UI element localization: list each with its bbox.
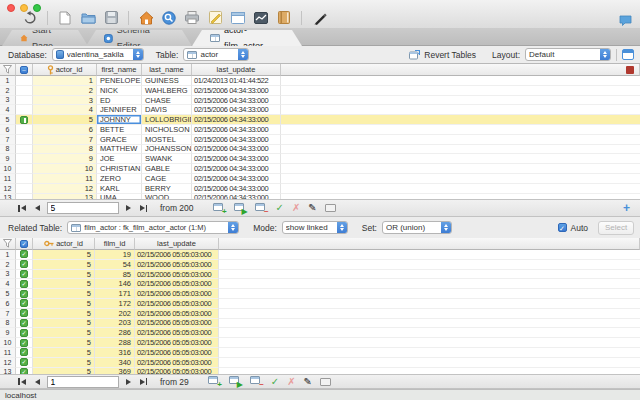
cell-film-id[interactable]: 172 xyxy=(95,299,135,309)
cell-actor-id[interactable]: 9 xyxy=(33,154,97,164)
record-marker-cell[interactable] xyxy=(16,76,33,86)
cell-last-update[interactable]: 02/15/2006 05:05:03:000 xyxy=(135,270,219,280)
table-row[interactable]: 1010CHRISTIANGABLE02/15/2006 04:34:33:00… xyxy=(0,164,640,174)
table-row[interactable]: 3✓58502/15/2006 05:05:03:000 xyxy=(0,270,640,280)
filler-cell[interactable] xyxy=(281,115,640,125)
cell-last-update[interactable]: 02/15/2006 04:34:33:000 xyxy=(192,154,281,164)
table-row[interactable]: 4✓514602/15/2006 05:05:03:000 xyxy=(0,279,640,289)
duplicate-record-button[interactable]: ▶ xyxy=(234,203,247,214)
cell-last-update[interactable]: 02/15/2006 05:05:03:000 xyxy=(135,328,219,338)
set-popup[interactable]: OR (union) xyxy=(382,221,452,234)
cell-last-name[interactable]: SWANK xyxy=(142,154,192,164)
row-number-cell[interactable]: 12 xyxy=(0,184,16,194)
cell-film-id[interactable]: 340 xyxy=(95,358,135,368)
cell-actor-id[interactable]: 11 xyxy=(33,174,97,184)
save-icon[interactable] xyxy=(103,10,119,25)
filler-cell[interactable] xyxy=(281,96,640,106)
row-number-cell[interactable]: 6 xyxy=(0,125,16,135)
column-header-last-name[interactable]: last_name xyxy=(142,64,192,76)
mode-popup[interactable]: show linked xyxy=(282,221,348,234)
cell-film-id[interactable]: 203 xyxy=(95,319,135,329)
cell-first-name[interactable]: PENELOPE xyxy=(97,76,142,86)
layout-popup[interactable]: Default xyxy=(525,48,611,61)
cell-actor-id[interactable]: 10 xyxy=(33,164,97,174)
cell-actor-id[interactable]: 5 xyxy=(33,115,97,125)
cell-first-name[interactable]: CHRISTIAN xyxy=(97,164,142,174)
linked-checkbox-icon[interactable]: ✓ xyxy=(20,319,28,327)
record-marker-cell[interactable] xyxy=(16,174,33,184)
linked-checkbox-cell[interactable]: ✓ xyxy=(16,299,33,309)
form-view-button[interactable] xyxy=(320,378,331,386)
table-row[interactable]: 9✓528602/15/2006 05:05:03:000 xyxy=(0,328,640,338)
filler-cell[interactable] xyxy=(219,299,640,309)
linked-checkbox-icon[interactable]: ✓ xyxy=(20,270,28,278)
linked-checkbox-icon[interactable]: ✓ xyxy=(20,290,28,298)
cell-last-update[interactable]: 02/15/2006 04:34:33:000 xyxy=(192,174,281,184)
table-row[interactable]: 88MATTHEWJOHANSSON02/15/2006 04:34:33:00… xyxy=(0,145,640,155)
table-row[interactable]: 44JENNIFERDAVIS02/15/2006 04:34:33:000 xyxy=(0,105,640,115)
cell-last-update[interactable]: 02/15/2006 04:34:33:000 xyxy=(192,184,281,194)
cell-film-id[interactable]: 316 xyxy=(95,348,135,358)
find-icon[interactable] xyxy=(161,10,177,25)
cell-last-update[interactable]: 02/15/2006 04:34:33:000 xyxy=(192,164,281,174)
column-header-actor-id[interactable]: actor_id xyxy=(33,238,95,250)
home-icon[interactable] xyxy=(138,10,154,25)
row-number-cell[interactable]: 3 xyxy=(0,270,16,280)
cell-last-update[interactable]: 02/15/2006 04:34:33:000 xyxy=(192,125,281,135)
discard-changes-button[interactable]: ✗ xyxy=(287,377,295,387)
cell-last-name[interactable]: WAHLBERG xyxy=(142,86,192,96)
cell-film-id[interactable]: 171 xyxy=(95,289,135,299)
record-marker-cell[interactable] xyxy=(16,164,33,174)
open-folder-icon[interactable] xyxy=(80,10,96,25)
add-related-pane-button[interactable]: + xyxy=(623,202,630,214)
cell-last-update[interactable]: 02/15/2006 04:34:33:000 xyxy=(192,145,281,155)
column-header-actor-id[interactable]: actor_id xyxy=(33,64,97,76)
row-number-cell[interactable]: 12 xyxy=(0,358,16,368)
revert-tables-button[interactable]: Revert Tables xyxy=(409,50,476,60)
print-icon[interactable] xyxy=(184,10,200,25)
first-record-button[interactable] xyxy=(16,205,28,212)
cell-film-id[interactable]: 85 xyxy=(95,270,135,280)
linked-checkbox-cell[interactable]: ✓ xyxy=(16,348,33,358)
form-view-button[interactable] xyxy=(325,204,336,212)
linked-checkbox-cell[interactable]: ✓ xyxy=(16,250,33,260)
linked-checkbox-cell[interactable]: ✓ xyxy=(16,328,33,338)
undo-icon[interactable] xyxy=(22,10,38,25)
record-marker-cell[interactable] xyxy=(16,115,33,125)
record-marker-cell[interactable] xyxy=(16,125,33,135)
last-record-button[interactable] xyxy=(138,205,150,212)
cell-actor-id[interactable]: 5 xyxy=(33,279,95,289)
filler-cell[interactable] xyxy=(219,358,640,368)
cell-last-name[interactable]: LOLLOBRIGIDA xyxy=(142,115,192,125)
linked-checkbox-icon[interactable]: ✓ xyxy=(20,250,28,258)
cell-actor-id[interactable]: 6 xyxy=(33,125,97,135)
table-row[interactable]: 99JOESWANK02/15/2006 04:34:33:000 xyxy=(0,154,640,164)
row-number-cell[interactable]: 3 xyxy=(0,96,16,106)
linked-checkbox-cell[interactable]: ✓ xyxy=(16,309,33,319)
tab-start-page[interactable]: Start Page xyxy=(2,30,88,46)
row-number-cell[interactable]: 6 xyxy=(0,299,16,309)
row-number-cell[interactable]: 9 xyxy=(0,328,16,338)
row-number-cell[interactable]: 8 xyxy=(0,145,16,155)
filler-cell[interactable] xyxy=(219,319,640,329)
cell-actor-id[interactable]: 5 xyxy=(33,319,95,329)
cell-film-id[interactable]: 286 xyxy=(95,328,135,338)
cell-actor-id[interactable]: 5 xyxy=(33,270,95,280)
record-marker-cell[interactable] xyxy=(16,145,33,155)
linked-checkbox-icon[interactable]: ✓ xyxy=(20,309,28,317)
row-number-cell[interactable]: 1 xyxy=(0,250,16,260)
duplicate-record-button[interactable]: ▶ xyxy=(229,376,242,387)
next-record-button[interactable] xyxy=(124,379,133,385)
table-row[interactable]: 22NICKWAHLBERG02/15/2006 04:34:33:000 xyxy=(0,86,640,96)
toggle-form-view-button[interactable] xyxy=(622,49,634,60)
cell-last-update[interactable]: 02/15/2006 04:34:33:000 xyxy=(192,135,281,145)
record-marker-cell[interactable] xyxy=(16,105,33,115)
filler-cell[interactable] xyxy=(281,145,640,155)
prev-record-button[interactable] xyxy=(33,205,42,211)
delete-record-button[interactable]: − xyxy=(255,203,268,214)
select-all-header-cell[interactable]: ✓ xyxy=(16,238,33,250)
row-number-cell[interactable]: 4 xyxy=(0,105,16,115)
row-number-cell[interactable]: 7 xyxy=(0,309,16,319)
table-row[interactable]: 6✓517202/15/2006 05:05:03:000 xyxy=(0,299,640,309)
cell-actor-id[interactable]: 8 xyxy=(33,145,97,155)
